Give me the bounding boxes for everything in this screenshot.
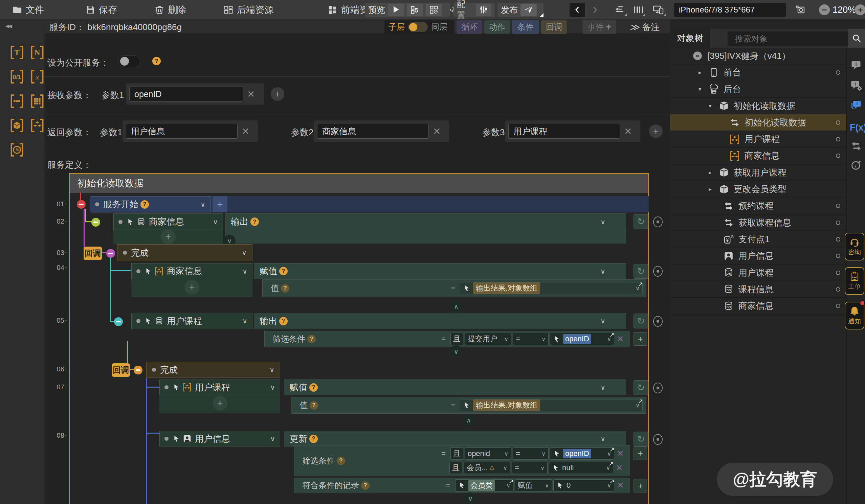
public-service-toggle[interactable] [118, 56, 140, 67]
help-icon[interactable]: ? [281, 284, 289, 293]
node-remove-cyan[interactable] [114, 317, 123, 326]
external-link-icon[interactable]: ↗ [638, 397, 643, 405]
callback-button[interactable]: 回调 [541, 20, 567, 34]
refresh-icon[interactable]: ↻ [634, 214, 648, 229]
refresh-icon[interactable]: ↻ [634, 264, 648, 279]
search-input[interactable] [728, 32, 848, 46]
event-add-button[interactable]: 事件+ [583, 20, 616, 34]
backend-resources-button[interactable]: 后端资源 [223, 0, 274, 19]
comments-icon[interactable]: i [851, 100, 862, 111]
info-circle-icon[interactable]: i [851, 159, 862, 171]
object-array-icon[interactable] [30, 118, 45, 133]
field-dropdown[interactable]: openid∨ [465, 447, 511, 460]
operator-dropdown[interactable]: =∨ [513, 447, 549, 460]
instance-dot[interactable] [836, 70, 840, 75]
remove-condition-button[interactable]: ✕ [617, 481, 624, 490]
add-condition-button[interactable]: + [634, 446, 647, 460]
refresh-icon[interactable]: ↻ [634, 432, 648, 446]
flow-title-bar[interactable]: 初始化读取数据 [70, 174, 648, 193]
callback-badge[interactable]: 回调 [112, 363, 130, 377]
chevron-right-icon[interactable]: ▸ [709, 169, 719, 176]
chevron-down-icon[interactable]: ▾ [709, 103, 719, 109]
note-button[interactable]: ≫ 备注 [630, 20, 660, 34]
align-tool-button[interactable] [612, 3, 627, 17]
callback-done-bar[interactable]: 完成∨ [117, 244, 252, 261]
action-op-header[interactable]: 更新?∨ [284, 431, 626, 446]
chevron-right-icon[interactable]: ▸ [709, 186, 719, 193]
help-icon[interactable]: ? [310, 401, 318, 410]
publish-button[interactable] [520, 4, 537, 16]
condition-button[interactable]: 条件 [512, 20, 539, 34]
external-link-icon[interactable]: ↗ [610, 331, 614, 339]
help-icon[interactable]: ? [140, 200, 149, 209]
tree-item[interactable]: 预约课程 [670, 198, 846, 214]
callback-badge[interactable]: 回调 [84, 247, 102, 260]
instance-dot[interactable] [836, 237, 840, 242]
remove-param-icon[interactable]: ✕ [624, 126, 632, 137]
instance-dot[interactable] [836, 254, 840, 258]
collapse-toggle[interactable]: ∨ [464, 492, 476, 504]
swap-icon[interactable] [851, 140, 862, 152]
instance-dot[interactable] [836, 304, 840, 308]
tree-item[interactable]: 商家信息 [670, 148, 846, 164]
action-target-cell[interactable]: DB用户课程∨ [131, 313, 252, 329]
target-dropdown[interactable]: 会员类∨↗ [455, 479, 514, 492]
action-op-header[interactable]: 赋值?∨ [254, 263, 626, 279]
action-target-cell[interactable]: DB商家信息∨ [113, 213, 223, 230]
help-icon[interactable]: ? [307, 335, 316, 343]
number-variable-icon[interactable]: N [30, 45, 45, 60]
value-dropdown[interactable]: 输出结果.对象数组∨↗ [460, 399, 643, 411]
tree-item[interactable]: ▸更改会员类型 [670, 181, 846, 198]
remove-condition-button[interactable]: ✕ [616, 463, 623, 472]
tree-item[interactable]: ¥支付点1 [670, 231, 846, 248]
tree-item[interactable]: ▾后台 [670, 81, 846, 98]
node-remove-red[interactable] [77, 200, 85, 209]
collapse-toggle[interactable]: ∨ [450, 345, 462, 358]
forward-button[interactable] [587, 3, 603, 17]
devices-button[interactable] [650, 3, 666, 17]
help-icon[interactable]: ? [309, 383, 318, 392]
instance-dot[interactable] [836, 120, 840, 125]
crosshair-icon[interactable] [653, 316, 662, 327]
info-bubble-icon[interactable]: i [851, 60, 862, 71]
preview-miniapp-button[interactable]: ∞ [426, 4, 442, 16]
instance-dot[interactable] [836, 271, 840, 275]
layer-toggle[interactable] [408, 22, 428, 32]
instance-dot[interactable] [836, 287, 840, 292]
tree-item[interactable]: ∞[395]IVX健身（v41） [670, 48, 846, 64]
ticket-button[interactable]: 工单 [845, 267, 864, 295]
add-return-param-button[interactable]: + [649, 125, 662, 138]
add-step-button[interactable]: + [212, 196, 228, 212]
text-variable-icon[interactable]: T [10, 45, 24, 60]
preview-h5-button[interactable]: 5 [407, 4, 423, 16]
receive-param1-input[interactable]: openID [129, 86, 243, 102]
tree-item[interactable]: 获取课程信息 [670, 214, 846, 231]
collapse-toggle[interactable]: ∧ [463, 414, 475, 426]
collapse-rail-button[interactable]: ◀◀ [5, 23, 11, 29]
collapse-toggle[interactable]: ∧ [450, 300, 462, 313]
consult-button[interactable]: 咨询 [845, 233, 864, 260]
operator-dropdown[interactable]: 赋值∨ [515, 479, 552, 492]
add-target-button[interactable]: + [184, 280, 199, 295]
notify-button[interactable]: 通知 [845, 302, 864, 329]
external-link-icon[interactable]: ↗ [638, 280, 643, 288]
and-box[interactable]: 且 [449, 462, 462, 474]
help-icon[interactable]: ? [279, 267, 288, 276]
action-op-header[interactable]: 赋值?∨ [284, 379, 626, 395]
device-selector[interactable]: iPhone6/7/8 375*667 [674, 3, 786, 17]
action-target-cell[interactable]: 用户课程∨ [159, 379, 280, 395]
add-receive-param-button[interactable]: + [271, 87, 284, 101]
help-icon[interactable]: ? [279, 317, 288, 325]
node-remove-purple[interactable] [106, 249, 115, 258]
add-condition-button[interactable]: + [634, 479, 647, 492]
return-param2-input[interactable]: 商家信息 [317, 124, 429, 139]
table-array-icon[interactable] [30, 94, 45, 108]
tree-item[interactable]: DB课程信息 [670, 281, 846, 298]
action-op-header[interactable]: 输出?∨ [254, 313, 626, 329]
instance-dot[interactable] [836, 221, 840, 225]
tree-item[interactable]: 用户信息 [670, 248, 846, 265]
action-button[interactable]: 动作 [484, 20, 510, 34]
help-icon[interactable]: ? [337, 457, 345, 465]
field-dropdown[interactable]: 会员...⚠∨ [464, 462, 510, 474]
tree-item[interactable]: DB商家信息 [670, 298, 846, 314]
